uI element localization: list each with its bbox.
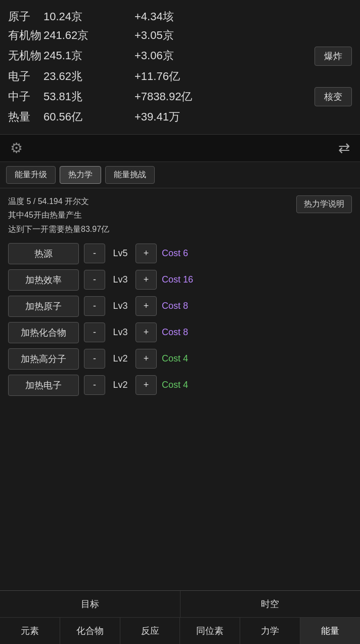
upgrade-minus-btn-2[interactable]: - xyxy=(84,296,105,316)
upgrade-level-2: Lv3 xyxy=(110,301,130,311)
temp-line2: 其中45开由热量产生 xyxy=(8,208,296,222)
stats-value-4: 53.81兆 xyxy=(43,89,134,105)
upgrade-cost-2: Cost 8 xyxy=(162,301,188,311)
upgrade-minus-btn-4[interactable]: - xyxy=(84,349,105,369)
upgrade-row-4: 加热高分子-Lv2+Cost 4 xyxy=(8,348,352,370)
stats-label-1: 有机物 xyxy=(8,28,43,44)
temp-info-row: 温度 5 / 54.194 开尔文 其中45开由热量产生 达到下一开需要热量83… xyxy=(8,194,352,236)
bottom-nav2-btn-1[interactable]: 化合物 xyxy=(60,618,120,644)
stats-row-0: 原子10.24京+4.34垓 xyxy=(8,9,352,25)
temp-text: 温度 5 / 54.194 开尔文 其中45开由热量产生 达到下一开需要热量83… xyxy=(8,194,296,236)
upgrade-name-btn-0[interactable]: 热源 xyxy=(8,243,79,264)
stats-value-1: 241.62京 xyxy=(43,28,134,44)
upgrade-level-4: Lv2 xyxy=(110,353,130,364)
tab-0[interactable]: 能量升级 xyxy=(6,166,56,184)
bottom-nav2-btn-4[interactable]: 力学 xyxy=(240,618,300,644)
stats-value-0: 10.24京 xyxy=(43,9,134,25)
stats-row-2: 无机物245.1京+3.06京爆炸 xyxy=(8,47,352,66)
upgrade-row-2: 加热原子-Lv3+Cost 8 xyxy=(8,296,352,317)
stats-label-3: 电子 xyxy=(8,69,43,85)
stats-btn-核变[interactable]: 核变 xyxy=(314,87,352,106)
upgrade-cost-3: Cost 8 xyxy=(162,327,188,338)
upgrade-list: 热源-Lv5+Cost 6加热效率-Lv3+Cost 16加热原子-Lv3+Co… xyxy=(8,243,352,396)
stats-row-3: 电子23.62兆+11.76亿 xyxy=(8,69,352,85)
stats-label-0: 原子 xyxy=(8,9,43,25)
bottom-nav1-btn-0[interactable]: 目标 xyxy=(0,591,181,617)
temp-line1: 温度 5 / 54.194 开尔文 xyxy=(8,194,296,208)
upgrade-level-1: Lv3 xyxy=(110,274,130,285)
upgrade-plus-btn-0[interactable]: + xyxy=(136,244,157,263)
gear-icon[interactable]: ⚙ xyxy=(10,140,23,156)
upgrade-row-3: 加热化合物-Lv3+Cost 8 xyxy=(8,322,352,343)
tab-1[interactable]: 热力学 xyxy=(60,166,101,184)
content-area: 温度 5 / 54.194 开尔文 其中45开由热量产生 达到下一开需要热量83… xyxy=(0,188,360,402)
stats-label-2: 无机物 xyxy=(8,48,43,64)
bottom-nav2-btn-3[interactable]: 同位素 xyxy=(180,618,240,644)
upgrade-plus-btn-5[interactable]: + xyxy=(136,375,157,395)
stats-section: 原子10.24京+4.34垓有机物241.62京+3.05京无机物245.1京+… xyxy=(0,0,360,134)
temp-line3: 达到下一开需要热量83.97亿 xyxy=(8,222,296,236)
upgrade-cost-0: Cost 6 xyxy=(162,248,188,259)
stats-label-5: 热量 xyxy=(8,109,43,125)
stats-row-1: 有机物241.62京+3.05京 xyxy=(8,28,352,44)
tab-bar: 能量升级热力学能量挑战 xyxy=(0,162,360,188)
upgrade-name-btn-3[interactable]: 加热化合物 xyxy=(8,322,79,343)
bottom-nav2-btn-2[interactable]: 反应 xyxy=(120,618,181,644)
upgrade-plus-btn-1[interactable]: + xyxy=(136,270,157,290)
upgrade-level-3: Lv3 xyxy=(110,327,130,338)
stats-label-4: 中子 xyxy=(8,89,43,105)
bottom-nav: 目标时空 元素化合物反应同位素力学能量 xyxy=(0,590,360,644)
upgrade-row-5: 加热电子-Lv2+Cost 4 xyxy=(8,375,352,396)
bottom-nav-row1: 目标时空 xyxy=(0,591,360,618)
upgrade-minus-btn-1[interactable]: - xyxy=(84,270,105,290)
icon-bar: ⚙ ⇄ xyxy=(0,134,360,162)
upgrade-cost-1: Cost 16 xyxy=(162,274,193,285)
upgrade-name-btn-4[interactable]: 加热高分子 xyxy=(8,348,79,370)
stats-value-3: 23.62兆 xyxy=(43,69,134,85)
upgrade-name-btn-1[interactable]: 加热效率 xyxy=(8,269,79,291)
upgrade-name-btn-5[interactable]: 加热电子 xyxy=(8,375,79,396)
bottom-nav-row2: 元素化合物反应同位素力学能量 xyxy=(0,618,360,644)
stats-rate-5: +39.41万 xyxy=(134,109,215,125)
bottom-nav2-btn-5[interactable]: 能量 xyxy=(300,618,360,644)
bottom-nav1-btn-1[interactable]: 时空 xyxy=(181,591,361,617)
stats-rate-4: +7838.92亿 xyxy=(134,89,215,105)
upgrade-cost-4: Cost 4 xyxy=(162,353,188,364)
upgrade-row-0: 热源-Lv5+Cost 6 xyxy=(8,243,352,264)
upgrade-level-0: Lv5 xyxy=(110,248,130,259)
upgrade-name-btn-2[interactable]: 加热原子 xyxy=(8,296,79,317)
upgrade-minus-btn-0[interactable]: - xyxy=(84,244,105,263)
stats-btn-爆炸[interactable]: 爆炸 xyxy=(314,47,352,66)
upgrade-cost-5: Cost 4 xyxy=(162,380,188,390)
stats-rate-2: +3.06京 xyxy=(134,48,215,64)
stats-value-5: 60.56亿 xyxy=(43,109,134,125)
upgrade-minus-btn-3[interactable]: - xyxy=(84,323,105,342)
upgrade-level-5: Lv2 xyxy=(110,380,130,390)
bottom-nav2-btn-0[interactable]: 元素 xyxy=(0,618,60,644)
upgrade-plus-btn-3[interactable]: + xyxy=(136,323,157,342)
stats-row-5: 热量60.56亿+39.41万 xyxy=(8,109,352,125)
stats-row-4: 中子53.81兆+7838.92亿核变 xyxy=(8,87,352,106)
stats-rate-0: +4.34垓 xyxy=(134,9,215,25)
upgrade-plus-btn-2[interactable]: + xyxy=(136,296,157,316)
stats-rate-3: +11.76亿 xyxy=(134,69,215,85)
explain-button[interactable]: 热力学说明 xyxy=(296,195,352,213)
stats-value-2: 245.1京 xyxy=(43,48,134,64)
shuffle-icon[interactable]: ⇄ xyxy=(338,140,350,156)
upgrade-row-1: 加热效率-Lv3+Cost 16 xyxy=(8,269,352,291)
upgrade-plus-btn-4[interactable]: + xyxy=(136,349,157,369)
stats-rate-1: +3.05京 xyxy=(134,28,215,44)
tab-2[interactable]: 能量挑战 xyxy=(105,166,155,184)
upgrade-minus-btn-5[interactable]: - xyxy=(84,375,105,395)
